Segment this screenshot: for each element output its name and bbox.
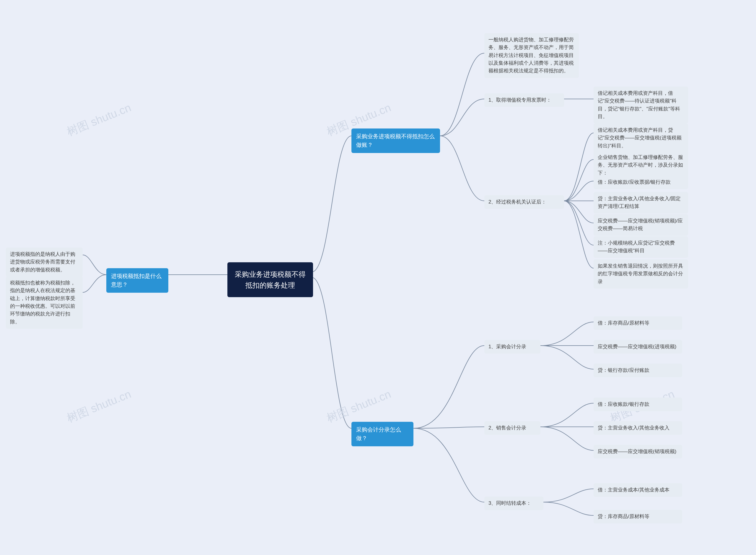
r1-step2-label[interactable]: 2、经过税务机关认证后： (484, 195, 564, 209)
root-node[interactable]: 采购业务进项税额不得抵扣的账务处理 (227, 262, 313, 297)
r1-s2a[interactable]: 借记相关成本费用或资产科目，贷记"应交税费——应交增值税(进项税额转出)"科目。 (593, 124, 688, 153)
left-leaf-2[interactable]: 税额抵扣也被称为税额扣除，指的是纳税人在税法规定的基础上，计算缴纳税款时所享受的… (6, 276, 83, 329)
branch-right-2[interactable]: 采购会计分录怎么做？ (351, 422, 413, 446)
r2-g3-label[interactable]: 3、同时结转成本： (484, 497, 543, 510)
r2-g2a[interactable]: 借：应收账款/银行存款 (593, 397, 682, 411)
watermark: 树图 shutu.cn (65, 100, 133, 140)
r1-s2g[interactable]: 如果发生销售退回情况，则按照所开具的红字增值税专用发票做相反的会计分录 (593, 259, 688, 289)
left-leaf-1[interactable]: 进项税额指的是纳税人由于购进货物或应税劳务而需要支付或者承担的增值税税额。 (6, 248, 83, 277)
r2-g3a[interactable]: 借：主营业务成本/其他业务成本 (593, 483, 682, 497)
r1-intro[interactable]: 一般纳税人购进货物、加工修理修配劳务、服务、无形资产或不动产，用于简易计税方法计… (484, 33, 579, 78)
watermark: 树图 shutu.cn (65, 387, 133, 426)
watermark: 树图 shutu.cn (324, 387, 393, 426)
r2-g2-label[interactable]: 2、销售会计分录 (484, 421, 540, 435)
r1-s2f[interactable]: 注：小规模纳税人应贷记"应交税费——应交增值税"科目 (593, 236, 688, 258)
r2-g3b[interactable]: 贷：库存商品/原材料等 (593, 510, 682, 523)
r2-g1c[interactable]: 贷：银行存款/应付账款 (593, 364, 682, 377)
r2-g1b[interactable]: 应交税费——应交增值税(进项税额) (593, 340, 682, 353)
r1-s2c[interactable]: 借：应收账款/应收票据/银行存款 (593, 175, 688, 189)
r2-g2c[interactable]: 应交税费——应交增值税(销项税额) (593, 445, 682, 459)
r1-s2d[interactable]: 贷：主营业务收入/其他业务收入/固定资产清理/工程结算 (593, 192, 688, 214)
r2-g1a[interactable]: 借：库存商品/原材料等 (593, 316, 682, 330)
branch-left[interactable]: 进项税额抵扣是什么意思？ (106, 268, 168, 293)
mindmap-canvas: 树图 shutu.cn 树图 shutu.cn 树图 shutu.cn 树图 s… (0, 0, 756, 555)
r1-step1-label[interactable]: 1、取得增值税专用发票时： (484, 93, 564, 107)
r2-g2b[interactable]: 贷：主营业务收入/其他业务收入 (593, 421, 682, 435)
branch-right-1[interactable]: 采购业务进项税额不得抵扣怎么做账？ (351, 128, 440, 153)
r1-s2e[interactable]: 应交税费——应交增值税(销项税额)/应交税费——简易计税 (593, 214, 688, 236)
r1-step1a[interactable]: 借记相关成本费用或资产科目，借记"应交税费——待认证进项税额"科目，贷记"银行存… (593, 87, 688, 124)
r2-g1-label[interactable]: 1、采购会计分录 (484, 340, 540, 353)
